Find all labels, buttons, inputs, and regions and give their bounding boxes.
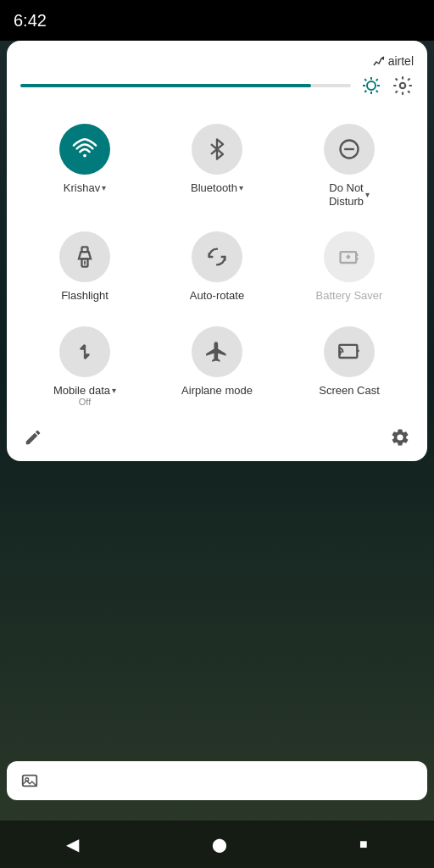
carrier-row: airtel xyxy=(20,54,414,68)
screencast-icon-wrap xyxy=(324,326,375,377)
image-search-bar[interactable] xyxy=(7,761,427,800)
signal-icon xyxy=(373,55,385,67)
svg-line-9 xyxy=(364,91,366,92)
screencast-label: Screen Cast xyxy=(319,384,380,398)
dnd-icon-wrap xyxy=(324,124,375,175)
svg-line-7 xyxy=(376,91,378,92)
tile-screencast[interactable]: Screen Cast xyxy=(285,316,414,415)
svg-point-10 xyxy=(400,83,406,89)
airplane-icon-wrap xyxy=(192,326,242,377)
svg-point-11 xyxy=(83,154,86,158)
status-bar: 6:42 xyxy=(0,0,434,41)
flashlight-icon-wrap xyxy=(59,231,110,282)
autorotate-label: Auto-rotate xyxy=(190,289,244,303)
svg-point-1 xyxy=(367,81,376,90)
svg-line-8 xyxy=(376,79,378,81)
brightness-slider[interactable] xyxy=(20,84,351,87)
settings-button[interactable] xyxy=(390,427,410,448)
tile-autorotate[interactable]: Auto-rotate xyxy=(153,221,281,309)
home-button[interactable]: ⬤ xyxy=(212,837,227,853)
carrier-text: airtel xyxy=(388,54,414,68)
bluetooth-label: Bluetooth xyxy=(191,181,237,195)
flashlight-label: Flashlight xyxy=(61,289,108,303)
dnd-dropdown: ▾ xyxy=(365,190,370,199)
bluetooth-icon-wrap xyxy=(192,124,242,175)
wifi-label: Krishav xyxy=(64,181,100,195)
svg-line-6 xyxy=(364,79,366,81)
tile-flashlight[interactable]: Flashlight xyxy=(20,221,149,309)
airplane-label: Airplane mode xyxy=(181,384,253,398)
status-time: 6:42 xyxy=(14,11,47,31)
dnd-label-row: Do NotDisturb ▾ xyxy=(329,181,370,208)
image-bar-icon xyxy=(20,771,39,790)
tile-batterysaver[interactable]: Battery Saver xyxy=(285,221,414,309)
wifi-icon-wrap xyxy=(59,124,110,175)
brightness-row xyxy=(20,75,414,97)
wifi-label-row: Krishav ▾ xyxy=(64,181,106,195)
svg-point-26 xyxy=(339,353,341,355)
brightness-sun-icon[interactable] xyxy=(361,75,381,96)
tiles-grid: Krishav ▾ Bluetooth ▾ xyxy=(20,114,414,414)
wifi-dropdown: ▾ xyxy=(102,183,106,192)
bluetooth-dropdown: ▾ xyxy=(239,183,243,192)
quick-settings-panel: airtel xyxy=(7,41,427,461)
back-button[interactable]: ◀ xyxy=(66,834,79,854)
nav-bar: ◀ ⬤ ■ xyxy=(0,821,434,868)
mobiledata-label: Mobile data xyxy=(53,384,110,398)
mobiledata-dropdown: ▾ xyxy=(112,386,116,395)
mobiledata-icon-wrap xyxy=(59,326,110,377)
brightness-settings-icon[interactable] xyxy=(392,75,414,97)
tile-mobiledata[interactable]: Mobile data ▾ Off xyxy=(20,316,149,415)
recent-button[interactable]: ■ xyxy=(359,837,368,852)
tile-bluetooth[interactable]: Bluetooth ▾ xyxy=(153,114,281,214)
brightness-fill xyxy=(20,84,311,87)
mobiledata-sublabel: Off xyxy=(79,397,91,407)
batterysaver-label: Battery Saver xyxy=(316,289,383,303)
tile-wifi[interactable]: Krishav ▾ xyxy=(20,114,149,214)
autorotate-icon-wrap xyxy=(192,231,242,282)
mobiledata-label-row: Mobile data ▾ xyxy=(53,384,116,398)
panel-bottom xyxy=(20,427,414,448)
edit-button[interactable] xyxy=(24,428,42,447)
batterysaver-icon-wrap xyxy=(324,231,375,282)
dnd-label: Do NotDisturb xyxy=(329,181,364,208)
tile-airplane[interactable]: Airplane mode xyxy=(153,316,281,415)
bluetooth-label-row: Bluetooth ▾ xyxy=(191,181,243,195)
tile-dnd[interactable]: Do NotDisturb ▾ xyxy=(285,114,414,214)
